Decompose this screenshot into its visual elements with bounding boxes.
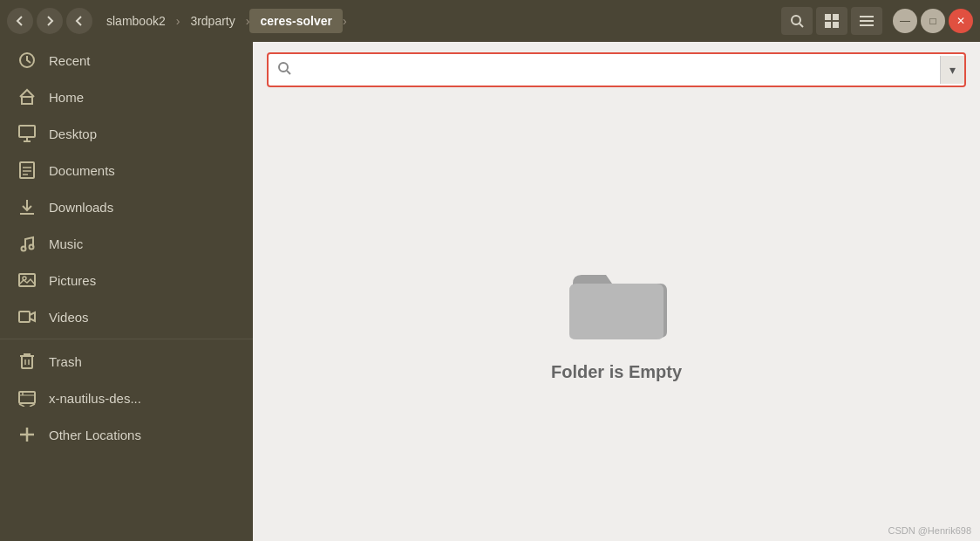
minimize-icon: —: [900, 15, 910, 27]
other-locations-icon: [17, 425, 37, 444]
watermark: CSDN @Henrik698: [888, 525, 971, 536]
breadcrumb: slambook2 › 3rdparty › ceres-solver ›: [96, 9, 778, 33]
sidebar-divider: [0, 339, 253, 339]
titlebar: slambook2 › 3rdparty › ceres-solver ›: [0, 0, 980, 42]
sidebar-item-music[interactable]: Music: [0, 225, 253, 262]
sidebar-label-music: Music: [49, 236, 83, 251]
svg-rect-2: [825, 14, 831, 20]
maximize-icon: □: [929, 15, 936, 27]
music-icon: [17, 234, 37, 253]
sidebar-item-documents[interactable]: Documents: [0, 152, 253, 188]
empty-folder-label: Folder is Empty: [551, 362, 682, 382]
svg-line-31: [19, 404, 24, 407]
videos-icon: [17, 307, 37, 326]
breadcrumb-ceres-solver[interactable]: ceres-solver: [249, 9, 343, 33]
search-input[interactable]: [300, 56, 940, 84]
menu-button[interactable]: [851, 7, 882, 35]
main-layout: Recent Home Desktop: [0, 42, 980, 541]
svg-rect-11: [19, 126, 35, 137]
svg-point-0: [792, 16, 800, 24]
sidebar-item-desktop[interactable]: Desktop: [0, 115, 253, 152]
breadcrumb-3rdparty[interactable]: 3rdparty: [180, 9, 245, 33]
content-area: ▾ Folder is Empty CSDN @Henrik698: [253, 42, 980, 541]
svg-line-36: [287, 71, 290, 74]
svg-line-1: [800, 24, 803, 27]
sidebar-item-downloads[interactable]: Downloads: [0, 188, 253, 225]
svg-rect-6: [860, 16, 874, 17]
sidebar-label-pictures: Pictures: [49, 273, 96, 288]
desktop-icon: [17, 124, 37, 143]
svg-rect-4: [825, 22, 831, 28]
sidebar-item-videos[interactable]: Videos: [0, 298, 253, 335]
empty-folder-view: Folder is Empty: [253, 98, 980, 541]
sidebar-item-recent[interactable]: Recent: [0, 42, 253, 79]
sidebar-label-recent: Recent: [49, 53, 91, 68]
pictures-icon: [17, 270, 37, 290]
svg-rect-10: [22, 97, 32, 104]
view-toggle-button[interactable]: [816, 7, 847, 35]
titlebar-actions: [781, 7, 882, 35]
sidebar-item-other-locations[interactable]: Other Locations: [0, 416, 253, 453]
sidebar-label-x-nautilus: x-nautilus-des...: [49, 391, 141, 406]
documents-icon: [17, 161, 37, 180]
svg-point-20: [22, 247, 26, 251]
sidebar-label-videos: Videos: [49, 310, 89, 325]
svg-point-35: [279, 63, 288, 72]
svg-rect-5: [833, 22, 839, 28]
x-nautilus-icon: [17, 388, 37, 407]
close-button[interactable]: ✕: [949, 9, 973, 33]
content-wrapper: Folder is Empty CSDN @Henrik698: [253, 98, 980, 541]
recent-icon: [17, 51, 37, 70]
close-icon: ✕: [956, 15, 965, 27]
search-dropdown-button[interactable]: ▾: [940, 56, 964, 84]
svg-line-32: [30, 404, 35, 407]
sidebar-label-other-locations: Other Locations: [49, 428, 141, 442]
back-button[interactable]: [7, 8, 33, 34]
svg-rect-8: [860, 24, 874, 26]
window-controls: — □ ✕: [893, 9, 973, 33]
svg-rect-7: [860, 20, 874, 22]
trash-icon: [17, 352, 37, 371]
sidebar-item-trash[interactable]: Trash: [0, 343, 253, 380]
breadcrumb-sep-3: ›: [343, 14, 347, 28]
empty-folder-icon: [564, 257, 669, 345]
sidebar-item-pictures[interactable]: Pictures: [0, 262, 253, 298]
sidebar-label-trash: Trash: [49, 354, 82, 369]
downloads-icon: [17, 197, 37, 216]
chevron-down-icon: ▾: [949, 63, 956, 77]
sidebar-label-downloads: Downloads: [49, 200, 113, 215]
svg-rect-24: [19, 312, 30, 322]
search-bar: ▾: [267, 52, 966, 87]
sidebar: Recent Home Desktop: [0, 42, 253, 541]
svg-rect-28: [19, 392, 35, 403]
breadcrumb-slambook2[interactable]: slambook2: [96, 9, 176, 33]
sidebar-label-documents: Documents: [49, 163, 115, 178]
forward-button[interactable]: [37, 8, 63, 34]
svg-rect-3: [833, 14, 839, 20]
minimize-button[interactable]: —: [893, 9, 917, 33]
toolbar: ▾: [253, 42, 980, 98]
svg-rect-22: [19, 274, 35, 286]
sidebar-label-desktop: Desktop: [49, 127, 97, 141]
search-icon: [269, 54, 300, 86]
maximize-button[interactable]: □: [921, 9, 945, 33]
sidebar-item-x-nautilus[interactable]: x-nautilus-des...: [0, 380, 253, 416]
up-button[interactable]: [66, 8, 92, 34]
search-toggle-button[interactable]: [781, 7, 813, 35]
sidebar-item-home[interactable]: Home: [0, 79, 253, 115]
home-icon: [17, 87, 37, 106]
svg-point-21: [30, 245, 34, 250]
svg-rect-14: [20, 162, 34, 178]
sidebar-label-home: Home: [49, 90, 84, 105]
svg-rect-25: [22, 356, 32, 368]
